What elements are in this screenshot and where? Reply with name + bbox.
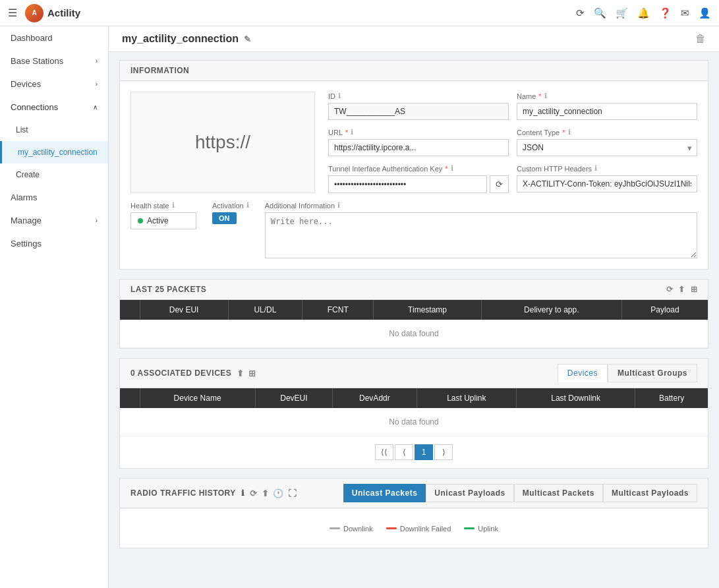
info-fields: ID ℹ Name * ℹ <box>328 92 697 193</box>
assoc-grid-icon[interactable]: ⊞ <box>248 368 256 378</box>
chevron-right-icon: › <box>96 80 98 88</box>
radio-header-info-icon: ℹ <box>241 488 245 498</box>
name-info-icon: ℹ <box>544 92 547 100</box>
packets-card: LAST 25 PACKETS ⟳ ⬆ ⊞ Dev EUI <box>119 279 708 349</box>
page-prev-button[interactable]: ⟨ <box>395 444 413 460</box>
chevron-down-icon: ∧ <box>93 103 98 111</box>
devices-col-uplink: Last Uplink <box>417 388 516 408</box>
tab-devices[interactable]: Devices <box>558 364 608 382</box>
radio-header-icons: ⟳ ⬆ 🕐 ⛶ <box>250 488 297 498</box>
downlink-failed-legend-color <box>386 527 397 529</box>
activation-col: Activation ℹ ON <box>212 201 249 258</box>
legend-downlink-failed: Downlink Failed <box>386 525 451 533</box>
pagination: ⟨⟨ ⟨ 1 ⟩ <box>120 436 708 468</box>
radio-legend: Downlink Downlink Failed Uplink <box>324 519 503 538</box>
packets-col-timestamp: Timestamp <box>374 300 481 320</box>
content-body: INFORMATION https:// ID <box>109 52 719 566</box>
auth-key-refresh-button[interactable]: ⟳ <box>490 175 509 193</box>
associated-devices-table-wrapper: Device Name DevEUI DevAddr Last Uplink L… <box>120 388 708 436</box>
information-body: https:// ID ℹ <box>120 81 708 269</box>
health-state-badge: Active <box>130 212 196 229</box>
radio-fullscreen-icon[interactable]: ⛶ <box>288 488 297 498</box>
mail-icon[interactable]: ✉ <box>681 7 689 19</box>
id-input[interactable] <box>328 103 509 120</box>
health-state-info-icon: ℹ <box>172 201 175 210</box>
sidebar-item-devices[interactable]: Devices › <box>0 73 108 96</box>
health-state-label: Health state ℹ <box>130 201 196 210</box>
tab-multicast-groups[interactable]: Multicast Groups <box>608 364 697 382</box>
devices-col-devaddr: DevAddr <box>333 388 417 408</box>
radio-clock-icon[interactable]: 🕐 <box>273 488 284 498</box>
custom-headers-input[interactable] <box>517 175 697 192</box>
field-url: URL * ℹ <box>328 128 509 156</box>
refresh-icon[interactable]: ⟳ <box>576 7 585 19</box>
assoc-header-icons: ⬆ ⊞ <box>237 368 256 378</box>
user-icon[interactable]: 👤 <box>699 7 711 19</box>
url-info-icon: ℹ <box>351 128 353 136</box>
url-input[interactable] <box>328 139 509 156</box>
name-input[interactable] <box>517 103 697 120</box>
brand-logo: A Actility <box>25 4 576 22</box>
auth-key-input[interactable] <box>328 175 487 193</box>
sidebar-item-manage[interactable]: Manage › <box>0 209 108 232</box>
radio-header-left: RADIO TRAFFIC HISTORY ℹ ⟳ ⬆ 🕐 ⛶ <box>130 488 297 498</box>
sidebar-item-connections-create[interactable]: Create <box>0 163 108 186</box>
devices-col-name: Device Name <box>140 388 255 408</box>
page-next-button[interactable]: ⟩ <box>434 444 453 460</box>
additional-info-textarea[interactable] <box>265 212 697 258</box>
sidebar-item-base-stations[interactable]: Base Stations › <box>0 49 108 73</box>
packets-table: Dev EUI UL/DL FCNT Timestamp Delivery to… <box>120 300 708 348</box>
tab-unicast-payloads[interactable]: Unicast Payloads <box>426 484 513 502</box>
custom-headers-info-icon: ℹ <box>594 164 597 173</box>
information-header: INFORMATION <box>120 61 708 81</box>
content-type-select[interactable]: JSON XML Binary <box>517 139 697 156</box>
packets-upload-icon[interactable]: ⬆ <box>678 285 685 294</box>
associated-devices-header: 0 ASSOCIATED DEVICES ⬆ ⊞ Devices Multica… <box>120 359 708 388</box>
additional-info-label: Additional Information ℹ <box>265 201 697 210</box>
page-title-area: my_actility_connection ✎ <box>122 33 251 45</box>
packets-refresh-icon[interactable]: ⟳ <box>666 285 674 294</box>
top-navbar: ☰ A Actility ⟳ 🔍 🛒 🔔 ❓ ✉ 👤 <box>0 0 719 26</box>
edit-title-icon[interactable]: ✎ <box>244 34 251 44</box>
packets-no-data: No data found <box>120 320 708 348</box>
tab-multicast-packets[interactable]: Multicast Packets <box>514 484 603 502</box>
id-info-icon: ℹ <box>338 92 341 100</box>
assoc-upload-icon[interactable]: ⬆ <box>237 368 244 378</box>
assoc-tabs: Devices Multicast Groups <box>558 364 697 382</box>
cart-icon[interactable]: 🛒 <box>616 7 628 19</box>
help-icon[interactable]: ❓ <box>659 7 672 19</box>
packets-table-wrapper: Dev EUI UL/DL FCNT Timestamp Delivery to… <box>120 300 708 348</box>
packets-grid-icon[interactable]: ⊞ <box>691 285 698 294</box>
auth-key-label: Tunnel Interface Authentication Key * ℹ <box>328 164 509 173</box>
menu-toggle-icon[interactable]: ☰ <box>8 7 17 19</box>
search-icon[interactable]: 🔍 <box>594 7 606 19</box>
sidebar-item-settings[interactable]: Settings <box>0 232 108 255</box>
sidebar-item-connections-list[interactable]: List <box>0 119 108 141</box>
associated-devices-table: Device Name DevEUI DevAddr Last Uplink L… <box>120 388 708 436</box>
information-card: INFORMATION https:// ID <box>119 60 708 270</box>
packets-col-uldl: UL/DL <box>228 300 302 320</box>
devices-col-downlink: Last Downlink <box>517 388 635 408</box>
field-custom-headers: Custom HTTP Headers ℹ <box>517 164 697 193</box>
radio-refresh-icon[interactable]: ⟳ <box>250 488 258 498</box>
sidebar-item-alarms[interactable]: Alarms <box>0 186 108 209</box>
sidebar-item-dashboard[interactable]: Dashboard <box>0 26 108 49</box>
id-label: ID ℹ <box>328 92 509 100</box>
page-current-button[interactable]: 1 <box>415 444 433 460</box>
info-grid: https:// ID ℹ <box>130 92 697 193</box>
tab-multicast-payloads[interactable]: Multicast Payloads <box>603 484 697 502</box>
sidebar-item-connections-current[interactable]: my_actility_connection <box>0 141 108 163</box>
page-first-button[interactable]: ⟨⟨ <box>375 444 393 460</box>
field-auth-key: Tunnel Interface Authentication Key * ℹ … <box>328 164 509 193</box>
notifications-icon[interactable]: 🔔 <box>637 7 650 19</box>
content-type-label: Content Type * ℹ <box>517 128 697 136</box>
sidebar-item-connections[interactable]: Connections ∧ <box>0 96 108 119</box>
activation-on-button[interactable]: ON <box>212 212 237 224</box>
assoc-header-left: 0 ASSOCIATED DEVICES ⬆ ⊞ <box>130 368 256 378</box>
radio-upload-icon[interactable]: ⬆ <box>262 488 270 498</box>
main-layout: Dashboard Base Stations › Devices › Conn… <box>0 26 719 588</box>
page-header: my_actility_connection ✎ 🗑 <box>109 26 719 52</box>
tab-unicast-packets[interactable]: Unicast Packets <box>343 484 426 502</box>
assoc-section-header: 0 ASSOCIATED DEVICES ⬆ ⊞ Devices Multica… <box>130 364 697 382</box>
delete-button[interactable]: 🗑 <box>695 33 706 45</box>
